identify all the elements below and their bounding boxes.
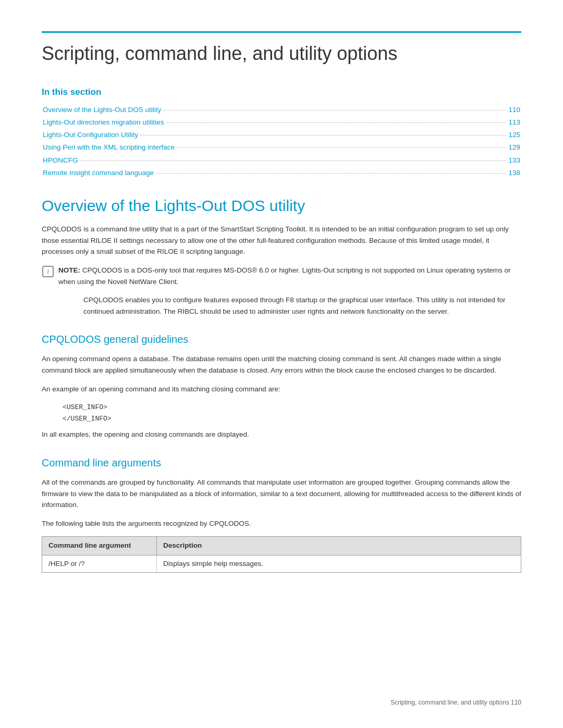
code-line2: </USER_INFO>	[63, 413, 521, 425]
code-block: <USER_INFO> </USER_INFO>	[63, 402, 521, 425]
toc-row: Using Perl with the XML scripting interf…	[43, 142, 520, 153]
toc-row: HPONCFG 133	[43, 155, 520, 166]
toc-dots	[166, 122, 507, 123]
note-text: NOTE: CPQLODOS is a DOS-only tool that r…	[58, 265, 521, 287]
toc-page: 125	[508, 130, 520, 140]
section2-heading: CPQLODOS general guidelines	[42, 331, 521, 347]
note-icon: i	[42, 265, 54, 278]
toc-dots	[163, 110, 506, 110]
arguments-table: Command line argument Description /HELP …	[42, 536, 521, 573]
toc-page: 110	[508, 105, 520, 115]
section3-heading: Command line arguments	[42, 455, 521, 471]
footer-text: Scripting, command line, and utility opt…	[390, 698, 521, 707]
footer: Scripting, command line, and utility opt…	[0, 698, 563, 707]
section2-paragraph3: In all examples, the opening and closing…	[42, 429, 521, 440]
page-container: Scripting, command line, and utility opt…	[0, 0, 563, 728]
svg-text:i: i	[47, 267, 49, 275]
toc-link[interactable]: Overview of the Lights-Out DOS utility	[43, 105, 161, 115]
table-header-row: Command line argument Description	[42, 537, 521, 555]
toc-link[interactable]: Lights-Out Configuration Utility	[43, 130, 138, 140]
toc-link[interactable]: HPONCFG	[43, 155, 78, 166]
table-cell-desc: Displays simple help messages.	[157, 556, 521, 572]
toc-row: Remote Insight command language 138	[43, 167, 520, 179]
toc-link[interactable]: Using Perl with the XML scripting interf…	[43, 142, 175, 153]
note-box: i NOTE: CPQLODOS is a DOS-only tool that…	[42, 265, 521, 287]
section1-heading: Overview of the Lights-Out DOS utility	[42, 196, 521, 215]
toc-page: 138	[508, 168, 520, 178]
table-header-arg: Command line argument	[42, 537, 157, 554]
toc-page: 113	[508, 117, 520, 128]
toc-link[interactable]: Lights-Out directories migration utiliti…	[43, 117, 164, 128]
toc-dots	[80, 161, 507, 161]
page-title: Scripting, command line, and utility opt…	[42, 42, 521, 65]
toc-dots	[140, 135, 506, 135]
toc-link[interactable]: Remote Insight command language	[43, 168, 154, 178]
toc-section: In this section Overview of the Lights-O…	[42, 85, 521, 180]
section1-paragraph1: CPQLODOS is a command line utility that …	[42, 224, 521, 257]
toc-heading: In this section	[42, 85, 521, 99]
section2-paragraph1: An opening command opens a database. The…	[42, 353, 521, 376]
toc-page: 129	[508, 142, 520, 153]
table-header-desc: Description	[157, 537, 521, 554]
top-rule	[42, 31, 521, 33]
section2-paragraph2: An example of an opening command and its…	[42, 384, 521, 395]
note-label: NOTE:	[58, 266, 80, 274]
note-body: CPQLODOS is a DOS-only tool that require…	[58, 266, 511, 286]
section3-paragraph1: All of the commands are grouped by funct…	[42, 477, 521, 511]
toc-table: Overview of the Lights-Out DOS utility 1…	[42, 103, 521, 180]
table-cell-arg: /HELP or /?	[42, 556, 157, 572]
table-body: /HELP or /? Displays simple help message…	[42, 556, 521, 572]
table-row: /HELP or /? Displays simple help message…	[42, 556, 521, 572]
toc-row: Lights-Out directories migration utiliti…	[43, 117, 520, 128]
toc-row: Lights-Out Configuration Utility 125	[43, 129, 520, 141]
code-line1: <USER_INFO>	[63, 402, 521, 413]
section3-paragraph2: The following table lists the arguments …	[42, 518, 521, 529]
section1-paragraph2: CPQLODOS enables you to configure featur…	[83, 294, 521, 317]
toc-row: Overview of the Lights-Out DOS utility 1…	[43, 104, 520, 116]
toc-dots	[156, 173, 506, 174]
toc-page: 133	[508, 155, 520, 166]
toc-dots	[177, 147, 506, 148]
